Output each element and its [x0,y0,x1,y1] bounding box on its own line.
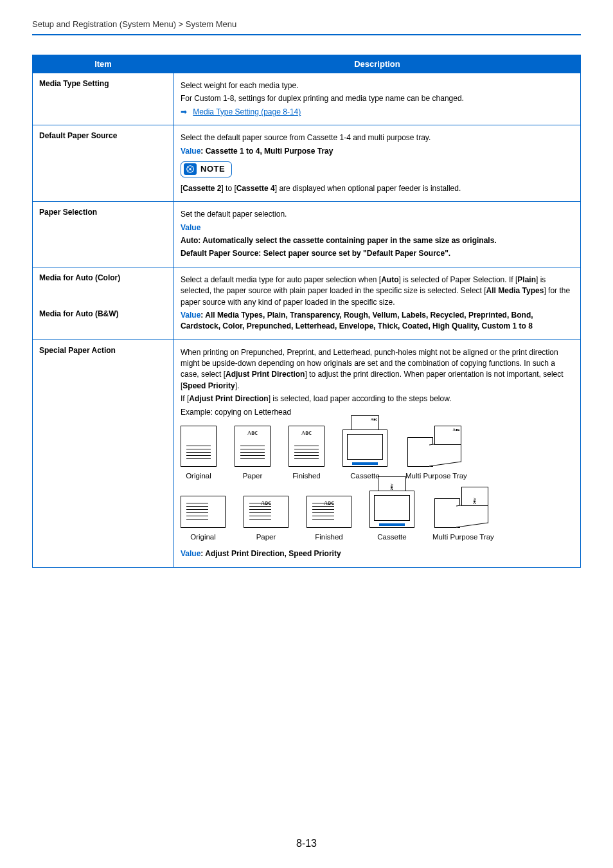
value-label: Value [181,549,200,558]
value-label: Value [181,311,200,320]
diagram-paper: Aʙᴄ Paper [244,496,289,543]
row-paper-selection: Paper Selection Set the default paper se… [33,202,581,267]
text: When printing on Prepunched, Preprint, a… [181,347,574,392]
diagram-original: Original [181,426,217,482]
diagram-cassette: Aʙᴄ Cassette [369,491,414,543]
item-desc: Select weight for each media type. For C… [174,73,581,125]
diagram-cassette: Aʙᴄ Cassette [342,429,387,482]
arrow-icon: ➡ [181,107,187,116]
row-default-paper-source: Default Paper Source Select the default … [33,125,581,202]
value-label: Value [181,147,200,156]
row-media-type-setting: Media Type Setting Select weight for eac… [33,73,581,125]
text: Select a default media type for auto pap… [181,275,574,308]
item-label: Media Type Setting [33,73,174,125]
item-desc: Select a default media type for auto pap… [174,267,581,339]
diagram-paper: Aʙᴄ Paper [235,426,271,482]
item-label: Paper Selection [33,202,174,267]
item-label: Default Paper Source [33,125,174,202]
text: Default Paper Source: Select paper sourc… [181,248,574,259]
value-text: : Adjust Print Direction, Speed Priority [200,549,341,558]
item-label: Media for Auto (Color) [33,267,174,303]
diagram-row-landscape: Original Aʙᴄ Paper Aʙᴄ Finished Aʙᴄ [181,489,574,543]
text: Select weight for each media type. [181,80,574,91]
row-media-auto-color: Media for Auto (Color) Select a default … [33,267,581,303]
diagram-mptray: Aʙᴄ Multi Purpose Tray [405,428,467,482]
item-desc: Select the default paper source from Cas… [174,125,581,202]
svg-point-1 [189,168,191,171]
diagram-mptray: Aʙᴄ Multi Purpose Tray [432,489,494,543]
value-text: : Cassette 1 to 4, Multi Purpose Tray [200,147,333,156]
header-description: Description [174,55,581,73]
diagram-finished: Aʙᴄ Finished [289,426,324,482]
value-label: Value [181,223,200,232]
text: Set the default paper selection. [181,209,574,220]
note-icon [184,163,197,175]
text: For Custom 1-8, settings for duplex prin… [181,93,574,104]
note-text: [Cassette 2] to [Cassette 4] are display… [181,183,574,194]
item-label: Special Paper Action [33,339,174,567]
link-media-type-setting[interactable]: Media Type Setting (page 8-14) [193,107,301,116]
breadcrumb: Setup and Registration (System Menu) > S… [32,19,581,34]
note-box: NOTE [181,161,232,177]
item-desc: When printing on Prepunched, Preprint, a… [174,339,581,567]
settings-table: Item Description Media Type Setting Sele… [32,55,581,568]
item-label: Media for Auto (B&W) [33,303,174,339]
diagram-finished: Aʙᴄ Finished [306,496,351,543]
note-label: NOTE [200,163,225,176]
header-item: Item [33,55,174,73]
diagram-original: Original [181,496,226,543]
header-rule [32,34,581,35]
text: Select the default paper source from Cas… [181,132,574,143]
item-desc: Set the default paper selection. Value A… [174,202,581,267]
text: If [Adjust Print Direction] is selected,… [181,393,574,404]
value-text: : All Media Types, Plain, Transparency, … [181,311,533,330]
text: Auto: Automatically select the cassette … [181,235,574,246]
page-number: 8-13 [32,838,581,849]
diagram-row-portrait: Original Aʙᴄ Paper Aʙᴄ Finished Aʙᴄ [181,426,574,482]
row-special-paper-action: Special Paper Action When printing on Pr… [33,339,581,567]
